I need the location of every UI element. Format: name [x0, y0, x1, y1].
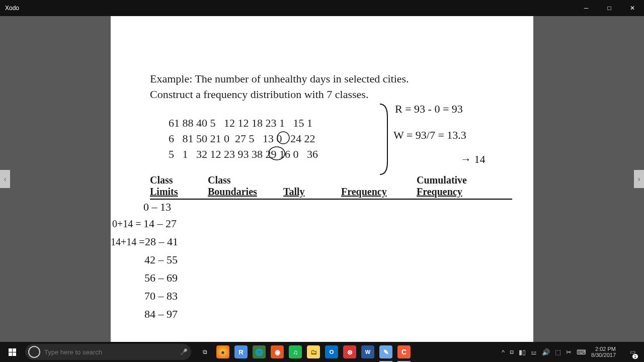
hw-class-3: 28 – 41	[145, 234, 178, 249]
file-explorer-icon[interactable]: 🗂	[305, 342, 322, 362]
action-center-icon[interactable]: ▭ 1	[624, 342, 641, 362]
hw-range: R = 93 - 0 = 93	[395, 102, 463, 117]
hw-class-1: 0 – 13	[143, 200, 171, 215]
hw-width-rounded: → 14	[460, 152, 486, 167]
data-values: 61 88 40 5 12 12 18 23 1 15 1 6 81 50 21…	[169, 116, 318, 162]
svg-point-0	[277, 132, 289, 144]
outlook-icon[interactable]: O	[323, 342, 340, 362]
prompt-line1: Example: The number of unhealthy days in…	[150, 72, 409, 85]
ubuntu-icon[interactable]: ◉	[269, 342, 286, 362]
windows-logo-icon	[9, 348, 16, 356]
taskbar-search[interactable]: 🎤	[25, 344, 191, 360]
taskbar-clock[interactable]: 2:02 PM 8/30/2017	[591, 346, 616, 358]
hw-class-2-calc: 0+14 =	[112, 217, 141, 231]
bracket-icon	[377, 102, 392, 177]
hw-class-7: 84 – 97	[144, 307, 178, 322]
clock-date: 8/30/2017	[591, 352, 616, 358]
next-page-button[interactable]: ›	[634, 170, 644, 188]
prev-page-button[interactable]: ‹	[0, 170, 10, 188]
titlebar: Xodo ─ □ ✕	[0, 0, 644, 16]
th-class-limits: Class Limits	[150, 174, 208, 199]
hw-class-3-calc: 14+14 =	[111, 235, 145, 249]
hw-width: W = 93/7 = 13.3	[393, 128, 466, 143]
firefox-icon[interactable]: ●	[214, 342, 231, 362]
tray-icon-b[interactable]: ✂	[566, 348, 572, 356]
task-view-button[interactable]: ⧉	[196, 342, 213, 362]
hw-class-2: 14 – 27	[143, 216, 177, 231]
frequency-table-header: Class Limits Class Boundaries Tally Freq…	[150, 174, 512, 200]
battery-icon[interactable]: ▮▯	[519, 348, 526, 356]
wifi-icon[interactable]: ⚍	[531, 348, 537, 356]
taskbar-apps: ⧉ ● R 🌐 ◉ ♫ 🗂 O ⊗ W ✎ C	[196, 342, 413, 362]
th-frequency: Frequency	[341, 174, 417, 199]
volume-icon[interactable]: 🔊	[542, 348, 550, 356]
clock-time: 2:02 PM	[591, 346, 616, 352]
th-tally: Tally	[283, 174, 341, 199]
data-row3: 5 1 32 12 23 93 38 29 16 0 36	[169, 148, 318, 160]
app-title: Xodo	[5, 5, 19, 12]
dropbox-icon[interactable]: ⧈	[510, 348, 514, 356]
start-button[interactable]	[0, 342, 24, 362]
notification-badge: 1	[632, 354, 638, 359]
hw-class-6: 70 – 83	[144, 289, 178, 304]
app-red-icon[interactable]: ⊗	[341, 342, 358, 362]
window-controls: ─ □ ✕	[575, 0, 644, 16]
example-prompt: Example: The number of unhealthy days in…	[150, 71, 502, 103]
th-class-boundaries: Class Boundaries	[208, 174, 283, 199]
data-row2: 6 81 50 21 0 27 5 13 0 24 22	[169, 132, 315, 145]
hw-class-5: 56 – 69	[144, 270, 178, 286]
prompt-line2: Construct a frequency distribution with …	[150, 88, 368, 101]
th-cumulative-frequency: Cumulative Frequency	[417, 174, 477, 199]
search-input[interactable]	[44, 348, 165, 356]
maximize-button[interactable]: □	[598, 0, 621, 16]
spotify-icon[interactable]: ♫	[287, 342, 304, 362]
word-icon[interactable]: W	[359, 342, 376, 362]
hw-class-4: 42 – 55	[144, 252, 178, 267]
circle-min-icon	[276, 131, 291, 145]
camtasia-icon[interactable]: C	[395, 342, 413, 362]
browser-icon[interactable]: 🌐	[251, 342, 268, 362]
cortana-icon	[28, 346, 40, 358]
pdf-page: Example: The number of unhealthy days in…	[111, 16, 533, 342]
data-row1: 61 88 40 5 12 12 18 23 1 15 1	[169, 117, 312, 129]
close-button[interactable]: ✕	[621, 0, 644, 16]
tray-icon-a[interactable]: ⬚	[555, 348, 561, 356]
circle-max-icon	[268, 146, 286, 161]
xodo-icon[interactable]: ✎	[377, 342, 394, 362]
tray-overflow-icon[interactable]: ^	[502, 348, 505, 356]
taskbar: 🎤 ⧉ ● R 🌐 ◉ ♫ 🗂 O ⊗ W ✎ C ^ ⧈ ▮▯ ⚍ 🔊 ⬚ ✂…	[0, 342, 644, 362]
system-tray: ^ ⧈ ▮▯ ⚍ 🔊 ⬚ ✂ ⌨ 2:02 PM 8/30/2017 ▭ 1	[502, 342, 644, 362]
svg-point-1	[269, 147, 285, 160]
keyboard-icon[interactable]: ⌨	[577, 348, 586, 356]
minimize-button[interactable]: ─	[575, 0, 598, 16]
rstudio-icon[interactable]: R	[232, 342, 250, 362]
document-viewport: ‹ › Example: The number of unhealthy day…	[0, 16, 644, 342]
mic-icon[interactable]: 🎤	[180, 348, 188, 355]
